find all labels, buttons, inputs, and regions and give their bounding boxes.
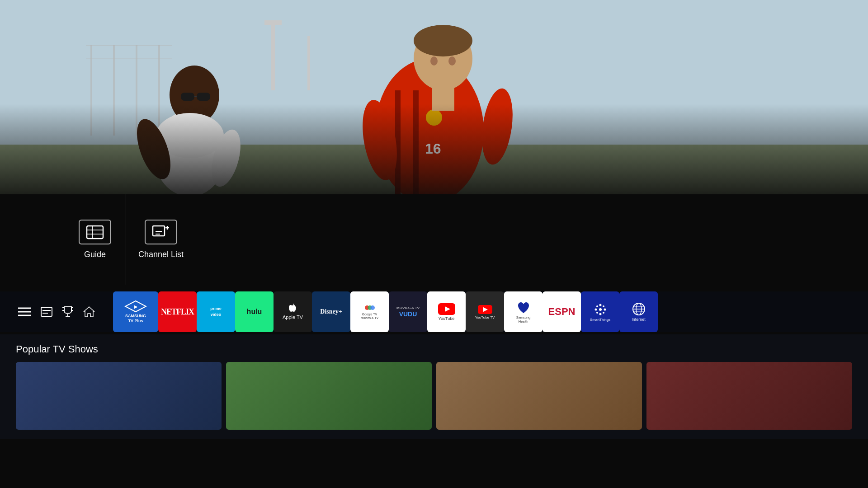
svg-point-27: [448, 56, 456, 66]
app-google-tv[interactable]: Google TVMovies & TV: [350, 291, 389, 332]
app-hulu[interactable]: hulu: [235, 291, 274, 332]
app-disney-plus[interactable]: Disney+: [312, 291, 350, 332]
svg-point-69: [599, 308, 602, 311]
app-youtube-tv[interactable]: YouTube TV: [466, 291, 504, 332]
svg-point-26: [430, 56, 438, 66]
svg-rect-14: [197, 93, 210, 101]
svg-point-64: [370, 305, 375, 310]
svg-point-72: [594, 308, 597, 310]
svg-point-76: [596, 312, 598, 314]
subtitles-icon[interactable]: [41, 307, 52, 317]
svg-text:▶: ▶: [134, 305, 138, 309]
apps-row: ▶ SAMSUNGTV Plus NETFLIX primevideo hulu: [113, 291, 859, 332]
app-espn[interactable]: ESPN: [542, 291, 581, 332]
app-smartthings[interactable]: SmartThings: [581, 291, 619, 332]
app-samsung-health[interactable]: SamsungHealth: [504, 291, 542, 332]
svg-point-73: [604, 308, 606, 310]
svg-point-74: [596, 305, 598, 307]
svg-rect-10: [307, 36, 310, 90]
bottom-section: Popular TV Shows: [0, 334, 868, 439]
menu-icon[interactable]: [18, 307, 31, 317]
app-netflix[interactable]: NETFLIX: [158, 291, 197, 332]
system-icons: [9, 306, 113, 318]
svg-rect-9: [264, 20, 282, 25]
svg-point-70: [599, 304, 601, 306]
popular-show-2[interactable]: [226, 362, 432, 430]
guide-label: Guide: [84, 250, 106, 259]
svg-rect-31: [87, 226, 103, 239]
svg-rect-51: [41, 307, 52, 316]
svg-point-25: [414, 25, 472, 56]
app-bar: ▶ SAMSUNGTV Plus NETFLIX primevideo hulu: [0, 291, 868, 332]
app-samsung-tv-plus[interactable]: ▶ SAMSUNGTV Plus: [113, 291, 158, 332]
popular-show-4[interactable]: [646, 362, 852, 430]
svg-point-77: [603, 312, 604, 314]
popular-tv-shows-title: Popular TV Shows: [16, 343, 852, 355]
svg-point-71: [599, 313, 601, 315]
app-youtube[interactable]: YouTube: [427, 291, 466, 332]
trophy-icon[interactable]: [62, 306, 73, 318]
popular-show-3[interactable]: [436, 362, 642, 430]
popular-show-1[interactable]: [16, 362, 222, 430]
left-nav: Guide Channel List: [0, 188, 262, 291]
hero-banner: 16: [0, 0, 868, 194]
home-icon[interactable]: [83, 306, 95, 318]
channel-list-label: Channel List: [138, 250, 184, 259]
svg-rect-13: [181, 93, 194, 101]
app-internet[interactable]: Internet: [619, 291, 658, 332]
channel-list-nav-item[interactable]: Channel List: [138, 220, 184, 259]
app-vudu[interactable]: MOVIES & TV VUDU: [389, 291, 427, 332]
channel-list-icon: [145, 220, 177, 244]
youtube-label: YouTube: [439, 316, 454, 321]
guide-icon: [79, 220, 111, 244]
svg-point-75: [603, 305, 604, 307]
popular-tv-shows-row: [16, 362, 852, 430]
svg-rect-8: [271, 23, 275, 90]
guide-nav-item[interactable]: Guide: [79, 220, 111, 259]
app-prime-video[interactable]: primevideo: [197, 291, 235, 332]
app-apple-tv[interactable]: Apple TV: [274, 291, 312, 332]
